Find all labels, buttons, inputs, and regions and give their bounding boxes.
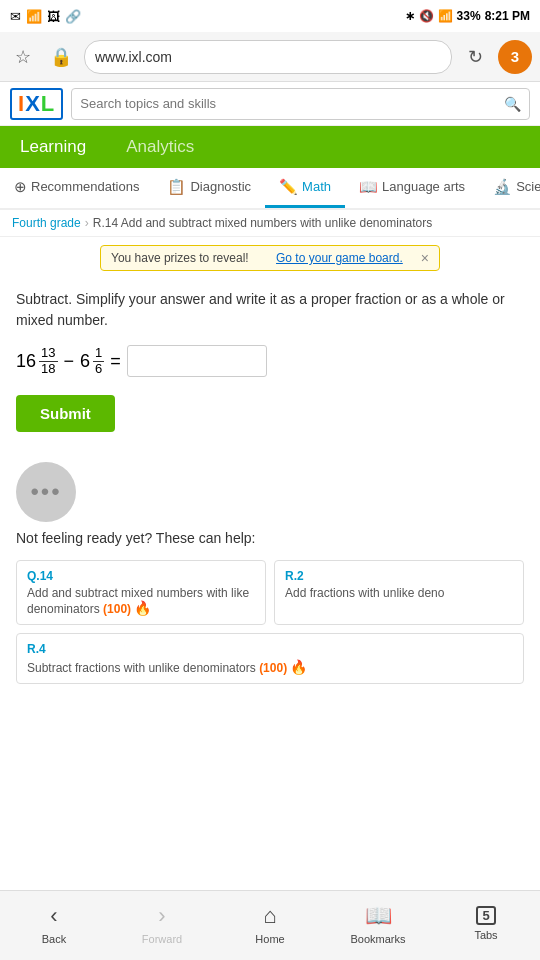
tab-language-arts[interactable]: 📖 Language arts — [345, 168, 479, 208]
skill-r4-score: (100) — [259, 661, 287, 675]
tab-language-arts-label: Language arts — [382, 179, 465, 194]
tab-recommendations[interactable]: ⊕ Recommendations — [0, 168, 153, 208]
breadcrumb-parent[interactable]: Fourth grade — [12, 216, 81, 230]
subject-tabs: ⊕ Recommendations 📋 Diagnostic ✏️ Math 📖… — [0, 168, 540, 210]
main-content: IXL 🔍 Learning Analytics ⊕ Recommendatio… — [0, 82, 540, 782]
operator: − — [64, 351, 75, 372]
problem-area: Subtract. Simplify your answer and write… — [0, 279, 540, 442]
tab-math-label: Math — [302, 179, 331, 194]
flame-icon-r4: 🔥 — [290, 659, 307, 675]
flame-icon-q14: 🔥 — [134, 600, 151, 616]
badge-button[interactable]: 3 — [498, 40, 532, 74]
breadcrumb-current: R.14 Add and subtract mixed numbers with… — [93, 216, 433, 230]
search-input[interactable] — [80, 96, 504, 111]
ixl-header: IXL 🔍 — [0, 82, 540, 126]
skill-r2-desc: Add fractions with unlike deno — [285, 586, 513, 600]
search-icon: 🔍 — [504, 96, 521, 112]
nav-tabs: Learning Analytics — [0, 126, 540, 168]
logo-x: X — [25, 91, 41, 116]
skill-card-r4[interactable]: R.4 Subtract fractions with unlike denom… — [16, 633, 524, 684]
help-section: ••• Not feeling ready yet? These can hel… — [0, 442, 540, 702]
numerator-2: 1 — [93, 346, 104, 361]
prize-text: You have prizes to reveal! — [111, 251, 249, 265]
tab-learning[interactable]: Learning — [0, 126, 106, 168]
bluetooth-icon: ∗ — [405, 9, 415, 23]
signal-icon: 📶 — [26, 9, 42, 24]
prize-banner: You have prizes to reveal! Go to your ga… — [100, 245, 440, 271]
battery-level: 33% — [457, 9, 481, 23]
whole-1: 16 — [16, 351, 36, 372]
skill-card-q14[interactable]: Q.14 Add and subtract mixed numbers with… — [16, 560, 266, 625]
skill-q14-id: Q.14 — [27, 569, 255, 583]
star-button[interactable]: ☆ — [8, 42, 38, 72]
skill-cards-row-1: Q.14 Add and subtract mixed numbers with… — [16, 560, 524, 625]
status-left: ✉ 📶 🖼 🔗 — [10, 9, 81, 24]
denominator-2: 6 — [93, 362, 104, 376]
breadcrumb-chevron: › — [85, 216, 89, 230]
help-text: Not feeling ready yet? These can help: — [16, 530, 524, 546]
tab-analytics[interactable]: Analytics — [106, 126, 214, 168]
recommendations-icon: ⊕ — [14, 178, 27, 196]
language-arts-icon: 📖 — [359, 178, 378, 196]
skill-r4-id: R.4 — [27, 642, 513, 656]
skill-card-r2[interactable]: R.2 Add fractions with unlike deno — [274, 560, 524, 625]
signal-bars: 📶 — [438, 9, 453, 23]
math-expression: 16 13 18 − 6 1 6 = — [16, 345, 524, 377]
whole-2: 6 — [80, 351, 90, 372]
equals-sign: = — [110, 351, 121, 372]
numerator-1: 13 — [39, 346, 57, 361]
status-bar: ✉ 📶 🖼 🔗 ∗ 🔇 📶 33% 8:21 PM — [0, 0, 540, 32]
prize-close-button[interactable]: × — [421, 250, 429, 266]
skill-q14-score: (100) — [103, 602, 131, 616]
math-icon: ✏️ — [279, 178, 298, 196]
browser-bar: ☆ 🔒 www.ixl.com ↻ 3 — [0, 32, 540, 82]
fraction-2: 1 6 — [93, 346, 104, 376]
tab-science-label: Science — [516, 179, 540, 194]
mixed-number-1: 16 13 18 — [16, 346, 58, 376]
skill-r2-id: R.2 — [285, 569, 513, 583]
mixed-number-2: 6 1 6 — [80, 346, 104, 376]
prize-link[interactable]: Go to your game board. — [276, 251, 403, 265]
search-bar[interactable]: 🔍 — [71, 88, 530, 120]
science-icon: 🔬 — [493, 178, 512, 196]
url-text: www.ixl.com — [95, 49, 172, 65]
reload-button[interactable]: ↻ — [460, 42, 490, 72]
lock-button[interactable]: 🔒 — [46, 42, 76, 72]
ixl-logo: IXL — [10, 88, 63, 120]
skill-cards-row-2: R.4 Subtract fractions with unlike denom… — [16, 633, 524, 684]
url-bar[interactable]: www.ixl.com — [84, 40, 452, 74]
link-icon: 🔗 — [65, 9, 81, 24]
logo-l: L — [41, 91, 55, 116]
breadcrumb: Fourth grade › R.14 Add and subtract mix… — [0, 210, 540, 237]
skill-q14-desc: Add and subtract mixed numbers with like… — [27, 586, 255, 616]
tab-diagnostic[interactable]: 📋 Diagnostic — [153, 168, 265, 208]
denominator-1: 18 — [39, 362, 57, 376]
notification-icon: ✉ — [10, 9, 21, 24]
answer-input[interactable] — [127, 345, 267, 377]
submit-button[interactable]: Submit — [16, 395, 115, 432]
tab-diagnostic-label: Diagnostic — [190, 179, 251, 194]
problem-instruction: Subtract. Simplify your answer and write… — [16, 289, 524, 331]
fraction-1: 13 18 — [39, 346, 57, 376]
avatar: ••• — [16, 462, 76, 522]
mute-icon: 🔇 — [419, 9, 434, 23]
tab-math[interactable]: ✏️ Math — [265, 168, 345, 208]
image-icon: 🖼 — [47, 9, 60, 24]
time-display: 8:21 PM — [485, 9, 530, 23]
status-right: ∗ 🔇 📶 33% 8:21 PM — [405, 9, 530, 23]
skill-r4-desc: Subtract fractions with unlike denominat… — [27, 659, 513, 675]
avatar-dots: ••• — [30, 478, 61, 506]
tab-recommendations-label: Recommendations — [31, 179, 139, 194]
diagnostic-icon: 📋 — [167, 178, 186, 196]
tab-science[interactable]: 🔬 Science — [479, 168, 540, 208]
